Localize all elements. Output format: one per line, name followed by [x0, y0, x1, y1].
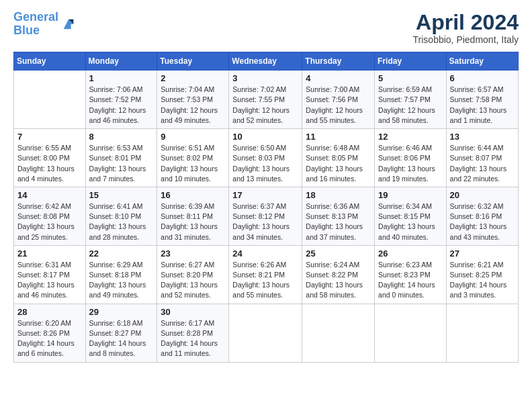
month-title: April 2024 — [413, 11, 519, 34]
table-row: 30Sunrise: 6:17 AMSunset: 8:28 PMDayligh… — [157, 304, 229, 362]
day-info: Sunrise: 6:48 AMSunset: 8:05 PMDaylight:… — [306, 143, 371, 184]
page: General Blue April 2024 Trisobbio, Piedm… — [0, 0, 532, 373]
logo-general: General — [13, 10, 58, 24]
day-number: 22 — [89, 248, 154, 259]
table-row: 1Sunrise: 7:06 AMSunset: 7:52 PMDaylight… — [85, 71, 157, 129]
day-number: 14 — [17, 190, 82, 200]
table-row: 8Sunrise: 6:53 AMSunset: 8:01 PMDaylight… — [85, 129, 157, 187]
day-info: Sunrise: 6:31 AMSunset: 8:17 PMDaylight:… — [17, 260, 82, 301]
day-number: 1 — [89, 73, 154, 83]
day-number: 18 — [306, 190, 371, 200]
table-row: 3Sunrise: 7:02 AMSunset: 7:55 PMDaylight… — [229, 71, 302, 129]
col-thursday: Thursday — [302, 52, 375, 71]
day-info: Sunrise: 6:44 AMSunset: 8:07 PMDaylight:… — [450, 143, 515, 184]
day-info: Sunrise: 6:20 AMSunset: 8:26 PMDaylight:… — [17, 318, 82, 359]
table-row — [229, 304, 302, 362]
logo-blue: Blue — [13, 24, 40, 37]
table-row: 20Sunrise: 6:32 AMSunset: 8:16 PMDayligh… — [446, 187, 518, 245]
day-number: 30 — [161, 307, 225, 317]
day-info: Sunrise: 7:00 AMSunset: 7:56 PMDaylight:… — [306, 85, 371, 126]
day-info: Sunrise: 6:27 AMSunset: 8:20 PMDaylight:… — [161, 260, 225, 301]
day-info: Sunrise: 6:57 AMSunset: 7:58 PMDaylight:… — [450, 85, 515, 126]
table-row: 29Sunrise: 6:18 AMSunset: 8:27 PMDayligh… — [85, 304, 157, 362]
day-number: 28 — [17, 307, 82, 317]
table-row: 7Sunrise: 6:55 AMSunset: 8:00 PMDaylight… — [14, 129, 86, 187]
table-row: 21Sunrise: 6:31 AMSunset: 8:17 PMDayligh… — [14, 245, 86, 304]
day-info: Sunrise: 6:50 AMSunset: 8:03 PMDaylight:… — [232, 143, 298, 184]
day-number: 24 — [232, 248, 298, 259]
day-info: Sunrise: 6:51 AMSunset: 8:02 PMDaylight:… — [161, 143, 225, 184]
logo: General Blue — [13, 11, 76, 38]
table-row: 16Sunrise: 6:39 AMSunset: 8:11 PMDayligh… — [157, 187, 229, 245]
logo-icon — [61, 17, 76, 32]
table-row — [446, 304, 518, 362]
table-row: 2Sunrise: 7:04 AMSunset: 7:53 PMDaylight… — [157, 71, 229, 129]
day-number: 2 — [161, 73, 225, 83]
day-number: 9 — [161, 132, 225, 142]
table-row: 10Sunrise: 6:50 AMSunset: 8:03 PMDayligh… — [229, 129, 302, 187]
calendar-table: Sunday Monday Tuesday Wednesday Thursday… — [13, 52, 519, 362]
day-number: 3 — [232, 73, 298, 83]
day-number: 21 — [17, 248, 82, 259]
col-monday: Monday — [85, 52, 157, 71]
table-row: 23Sunrise: 6:27 AMSunset: 8:20 PMDayligh… — [157, 245, 229, 304]
table-row: 18Sunrise: 6:36 AMSunset: 8:13 PMDayligh… — [302, 187, 375, 245]
day-number: 10 — [232, 132, 298, 142]
day-number: 29 — [89, 307, 154, 317]
day-info: Sunrise: 6:36 AMSunset: 8:13 PMDaylight:… — [306, 201, 371, 242]
day-info: Sunrise: 7:04 AMSunset: 7:53 PMDaylight:… — [161, 85, 225, 126]
day-number: 17 — [232, 190, 298, 200]
day-number: 13 — [450, 132, 515, 142]
table-row: 5Sunrise: 6:59 AMSunset: 7:57 PMDaylight… — [375, 71, 447, 129]
day-number: 23 — [161, 248, 225, 259]
day-number: 25 — [306, 248, 371, 259]
day-info: Sunrise: 7:06 AMSunset: 7:52 PMDaylight:… — [89, 85, 154, 126]
table-row: 14Sunrise: 6:42 AMSunset: 8:08 PMDayligh… — [14, 187, 86, 245]
table-row: 9Sunrise: 6:51 AMSunset: 8:02 PMDaylight… — [157, 129, 229, 187]
day-number: 11 — [306, 132, 371, 142]
day-number: 19 — [378, 190, 443, 200]
day-info: Sunrise: 6:39 AMSunset: 8:11 PMDaylight:… — [161, 201, 225, 242]
calendar-week-row: 21Sunrise: 6:31 AMSunset: 8:17 PMDayligh… — [14, 245, 519, 304]
table-row: 24Sunrise: 6:26 AMSunset: 8:21 PMDayligh… — [229, 245, 302, 304]
day-info: Sunrise: 6:46 AMSunset: 8:06 PMDaylight:… — [378, 143, 443, 184]
col-sunday: Sunday — [14, 52, 86, 71]
day-info: Sunrise: 6:18 AMSunset: 8:27 PMDaylight:… — [89, 318, 154, 359]
day-info: Sunrise: 7:02 AMSunset: 7:55 PMDaylight:… — [232, 85, 298, 126]
calendar-week-row: 14Sunrise: 6:42 AMSunset: 8:08 PMDayligh… — [14, 187, 519, 245]
table-row — [375, 304, 447, 362]
day-info: Sunrise: 6:59 AMSunset: 7:57 PMDaylight:… — [378, 85, 443, 126]
logo-text: General Blue — [13, 11, 58, 38]
calendar-week-row: 1Sunrise: 7:06 AMSunset: 7:52 PMDaylight… — [14, 71, 519, 129]
table-row: 27Sunrise: 6:21 AMSunset: 8:25 PMDayligh… — [446, 245, 518, 304]
day-number: 6 — [450, 73, 515, 83]
day-number: 26 — [378, 248, 443, 259]
calendar-week-row: 7Sunrise: 6:55 AMSunset: 8:00 PMDaylight… — [14, 129, 519, 187]
day-info: Sunrise: 6:21 AMSunset: 8:25 PMDaylight:… — [450, 260, 515, 301]
table-row: 13Sunrise: 6:44 AMSunset: 8:07 PMDayligh… — [446, 129, 518, 187]
day-info: Sunrise: 6:17 AMSunset: 8:28 PMDaylight:… — [161, 318, 225, 359]
day-info: Sunrise: 6:42 AMSunset: 8:08 PMDaylight:… — [17, 201, 82, 242]
table-row: 11Sunrise: 6:48 AMSunset: 8:05 PMDayligh… — [302, 129, 375, 187]
table-row: 28Sunrise: 6:20 AMSunset: 8:26 PMDayligh… — [14, 304, 86, 362]
col-saturday: Saturday — [446, 52, 518, 71]
day-info: Sunrise: 6:55 AMSunset: 8:00 PMDaylight:… — [17, 143, 82, 184]
day-info: Sunrise: 6:37 AMSunset: 8:12 PMDaylight:… — [232, 201, 298, 242]
table-row: 12Sunrise: 6:46 AMSunset: 8:06 PMDayligh… — [375, 129, 447, 187]
day-number: 4 — [306, 73, 371, 83]
day-info: Sunrise: 6:24 AMSunset: 8:22 PMDaylight:… — [306, 260, 371, 301]
day-info: Sunrise: 6:32 AMSunset: 8:16 PMDaylight:… — [450, 201, 515, 242]
table-row: 15Sunrise: 6:41 AMSunset: 8:10 PMDayligh… — [85, 187, 157, 245]
day-info: Sunrise: 6:29 AMSunset: 8:18 PMDaylight:… — [89, 260, 154, 301]
table-row: 19Sunrise: 6:34 AMSunset: 8:15 PMDayligh… — [375, 187, 447, 245]
col-tuesday: Tuesday — [157, 52, 229, 71]
day-info: Sunrise: 6:26 AMSunset: 8:21 PMDaylight:… — [232, 260, 298, 301]
day-number: 8 — [89, 132, 154, 142]
day-number: 5 — [378, 73, 443, 83]
day-info: Sunrise: 6:53 AMSunset: 8:01 PMDaylight:… — [89, 143, 154, 184]
table-row: 26Sunrise: 6:23 AMSunset: 8:23 PMDayligh… — [375, 245, 447, 304]
day-info: Sunrise: 6:23 AMSunset: 8:23 PMDaylight:… — [378, 260, 443, 301]
day-number: 7 — [17, 132, 82, 142]
day-number: 27 — [450, 248, 515, 259]
table-row: 25Sunrise: 6:24 AMSunset: 8:22 PMDayligh… — [302, 245, 375, 304]
